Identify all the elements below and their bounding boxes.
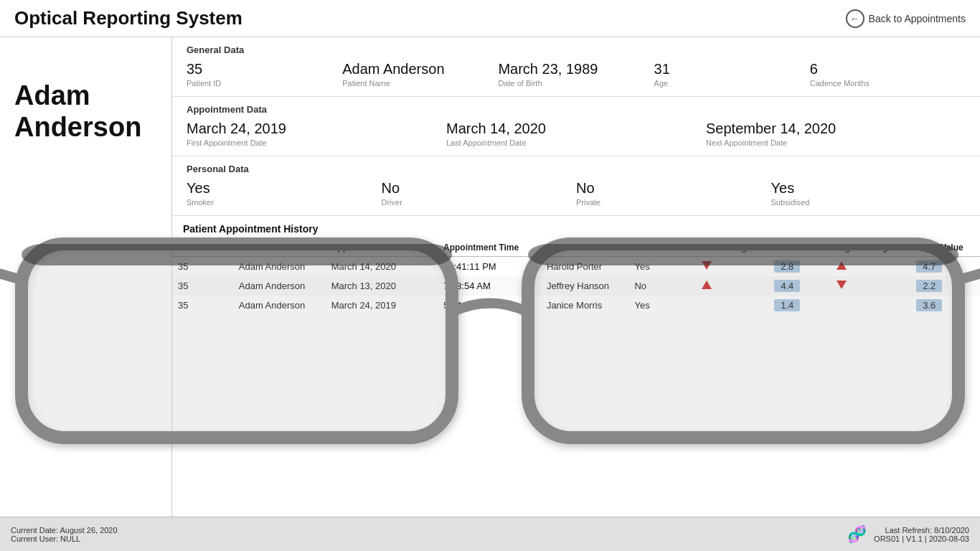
private-cell: No Private bbox=[576, 180, 771, 207]
col-appt-time: Appointment Time bbox=[438, 239, 541, 257]
history-table-body: 35Adam AndersonMarch 14, 202010:41:11 PM… bbox=[172, 257, 980, 316]
smoker-value: Yes bbox=[187, 180, 382, 197]
personal-data-row: Yes Smoker No Driver No Private Yes Subs… bbox=[187, 180, 966, 207]
app-title: Optical Reporting System bbox=[14, 7, 242, 29]
col-left-change: Left Change bbox=[696, 239, 768, 257]
row-left-change bbox=[696, 257, 768, 277]
driver-cell: No Driver bbox=[382, 180, 577, 207]
main-content: AdamAnderson General Data 35 Patient ID … bbox=[0, 37, 980, 517]
patient-id-cell: 35 Patient ID bbox=[187, 61, 342, 88]
private-value: No bbox=[576, 180, 771, 197]
history-section: Patient Appointment History Patient ID P… bbox=[172, 216, 980, 517]
dob-cell: March 23, 1989 Date of Birth bbox=[498, 61, 654, 88]
row-left-value: 2.8 bbox=[768, 257, 830, 277]
patient-name-cell: Adam Anderson Patient Name bbox=[342, 61, 498, 88]
row-patient-id: 35 bbox=[172, 296, 233, 315]
dob-value: March 23, 1989 bbox=[498, 61, 654, 77]
current-user: Current User: NULL bbox=[11, 534, 118, 543]
row-left-change bbox=[696, 296, 768, 315]
age-value: 31 bbox=[654, 61, 810, 77]
row-medication: Yes bbox=[628, 257, 695, 277]
row-right-change bbox=[831, 296, 911, 315]
last-appt-value: March 14, 2020 bbox=[446, 121, 706, 137]
dna-icon: 🧬 bbox=[847, 525, 867, 544]
next-appt-cell: September 14, 2020 Next Appointment Date bbox=[706, 121, 966, 147]
row-patient-name: Adam Anderson bbox=[233, 276, 326, 296]
age-cell: 31 Age bbox=[654, 61, 810, 88]
col-right-change: Right Change bbox=[831, 239, 911, 257]
cadence-cell: 6 Cadence Months bbox=[810, 61, 966, 88]
row-appt-time: 5:44:59 PM bbox=[438, 296, 541, 315]
left-panel: AdamAnderson bbox=[0, 37, 172, 517]
row-patient-id: 35 bbox=[172, 257, 233, 277]
row-appt-date: March 13, 2020 bbox=[326, 276, 438, 296]
next-appt-label: Next Appointment Date bbox=[706, 138, 966, 147]
col-appt-date: Appointment Date ▼ bbox=[326, 239, 438, 257]
back-button[interactable]: ← Back to Appointments bbox=[846, 9, 966, 28]
appointment-data-section: Appointment Data March 24, 2019 First Ap… bbox=[172, 97, 980, 156]
row-medication: Yes bbox=[628, 296, 695, 315]
patient-name-large: AdamAnderson bbox=[14, 80, 141, 143]
general-data-row: 35 Patient ID Adam Anderson Patient Name… bbox=[187, 61, 966, 88]
back-button-label: Back to Appointments bbox=[869, 13, 966, 24]
personal-data-title: Personal Data bbox=[187, 164, 966, 174]
col-right-value: Right Value bbox=[910, 239, 980, 257]
general-data-title: General Data bbox=[187, 44, 966, 55]
triangle-down-icon bbox=[702, 261, 712, 270]
footer-left: Current Date: August 26, 2020 Current Us… bbox=[11, 526, 118, 543]
triangle-up-icon bbox=[702, 281, 712, 289]
current-date: Current Date: August 26, 2020 bbox=[11, 526, 118, 534]
footer-right: 🧬 Last Refresh: 8/10/2020 ORS01 | V1.1 |… bbox=[847, 525, 969, 544]
row-optician: Janice Morris bbox=[541, 296, 629, 315]
private-label: Private bbox=[576, 198, 771, 207]
first-appt-value: March 24, 2019 bbox=[187, 121, 446, 137]
cadence-label: Cadence Months bbox=[810, 79, 966, 88]
table-row: 35Adam AndersonMarch 13, 20207:28:54 AMJ… bbox=[172, 276, 980, 296]
col-patient-name: Patient Name bbox=[233, 239, 326, 257]
right-panel: General Data 35 Patient ID Adam Anderson… bbox=[172, 37, 980, 517]
history-table: Patient ID Patient Name Appointment Date… bbox=[172, 239, 980, 315]
row-right-change bbox=[831, 276, 911, 296]
table-row: 35Adam AndersonMarch 24, 20195:44:59 PMJ… bbox=[172, 296, 980, 315]
last-appt-label: Last Appointment Date bbox=[446, 138, 706, 147]
row-appt-time: 10:41:11 PM bbox=[438, 257, 541, 277]
history-header-row: Patient ID Patient Name Appointment Date… bbox=[172, 239, 980, 257]
row-appt-date: March 24, 2019 bbox=[326, 296, 438, 315]
next-appt-value: September 14, 2020 bbox=[706, 121, 966, 137]
general-patient-name-value: Adam Anderson bbox=[342, 61, 498, 77]
history-title: Patient Appointment History bbox=[172, 216, 980, 239]
row-optician: Jeffrey Hanson bbox=[541, 276, 629, 296]
subsidised-cell: Yes Subsidised bbox=[771, 180, 966, 207]
last-refresh: Last Refresh: 8/10/2020 bbox=[874, 526, 969, 534]
age-label: Age bbox=[654, 79, 810, 88]
first-appt-label: First Appointment Date bbox=[187, 138, 446, 147]
driver-value: No bbox=[382, 180, 577, 197]
subsidised-label: Subsidised bbox=[771, 198, 966, 207]
dob-label: Date of Birth bbox=[498, 79, 654, 88]
row-patient-name: Adam Anderson bbox=[233, 296, 326, 315]
row-left-change bbox=[696, 276, 768, 296]
patient-id-value: 35 bbox=[187, 61, 342, 77]
appointment-data-row: March 24, 2019 First Appointment Date Ma… bbox=[187, 121, 966, 147]
subsidised-value: Yes bbox=[771, 180, 966, 197]
row-right-value: 2.2 bbox=[910, 276, 980, 296]
smoker-label: Smoker bbox=[187, 198, 382, 207]
row-left-value: 4.4 bbox=[768, 276, 830, 296]
row-appt-date: March 14, 2020 bbox=[326, 257, 438, 277]
driver-label: Driver bbox=[382, 198, 577, 207]
triangle-down-icon bbox=[837, 281, 847, 289]
col-medication: Medication bbox=[628, 239, 695, 257]
footer: Current Date: August 26, 2020 Current Us… bbox=[0, 517, 980, 551]
row-optician: Harold Porter bbox=[541, 257, 629, 277]
col-patient-id: Patient ID bbox=[172, 239, 233, 257]
system-info: ORS01 | V1.1 | 2020-08-03 bbox=[874, 534, 969, 543]
row-medication: No bbox=[628, 276, 695, 296]
row-patient-name: Adam Anderson bbox=[233, 257, 326, 277]
table-row: 35Adam AndersonMarch 14, 202010:41:11 PM… bbox=[172, 257, 980, 277]
general-patient-name-label: Patient Name bbox=[342, 79, 498, 88]
personal-data-section: Personal Data Yes Smoker No Driver No Pr… bbox=[172, 156, 980, 216]
first-appt-cell: March 24, 2019 First Appointment Date bbox=[187, 121, 446, 147]
row-right-value: 3.6 bbox=[910, 296, 980, 315]
col-left-value: Left Value bbox=[768, 239, 830, 257]
row-appt-time: 7:28:54 AM bbox=[438, 276, 541, 296]
